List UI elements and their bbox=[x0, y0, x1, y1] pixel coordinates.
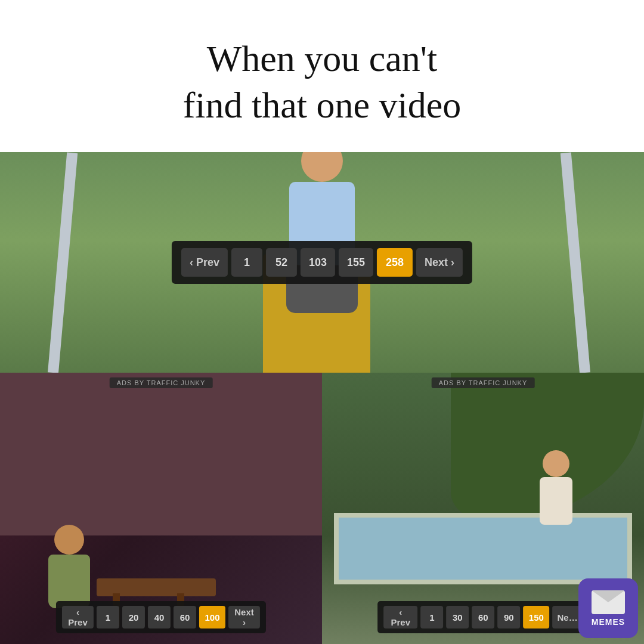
ads-label-right: ADS BY TRAFFIC JUNKY bbox=[432, 377, 535, 388]
br-person-head bbox=[543, 450, 569, 477]
memes-label: MEMES bbox=[592, 617, 625, 627]
person-head bbox=[301, 152, 343, 182]
ads-label-left: ADS BY TRAFFIC JUNKY bbox=[110, 377, 213, 388]
pagination-top: ‹ Prev 1 52 103 155 258 Next › bbox=[172, 241, 472, 284]
bl-person bbox=[48, 525, 90, 608]
bl-wall bbox=[0, 373, 322, 535]
page-60-bl[interactable]: 60 bbox=[174, 606, 196, 628]
top-text-area: When you can't find that one video bbox=[0, 0, 644, 152]
images-area: ‹ Prev 1 52 103 155 258 Next › bbox=[0, 152, 644, 644]
page-30-br[interactable]: 30 bbox=[446, 606, 469, 628]
page-155-top[interactable]: 155 bbox=[339, 248, 373, 277]
br-person bbox=[540, 450, 572, 525]
pagination-bottom-left: ‹ Prev 1 20 40 60 100 Next › bbox=[56, 601, 266, 633]
main-title: When you can't find that one video bbox=[183, 36, 462, 128]
bottom-images: ADS BY TRAFFIC JUNKY ‹ Prev 1 20 40 60 1… bbox=[0, 373, 644, 644]
bottom-right-image: ADS BY TRAFFIC JUNKY ‹ Prev 1 30 60 90 1… bbox=[322, 373, 644, 644]
br-person-body bbox=[540, 477, 572, 525]
bl-person-head bbox=[54, 525, 84, 555]
pagination-bottom-right: ‹ Prev 1 30 60 90 150 Ne… bbox=[377, 601, 589, 633]
page-258-top[interactable]: 258 bbox=[377, 248, 413, 277]
next-button-bl[interactable]: Next › bbox=[228, 606, 260, 628]
page-1-top[interactable]: 1 bbox=[231, 248, 262, 277]
page-90-br[interactable]: 90 bbox=[497, 606, 520, 628]
prev-button-bl[interactable]: ‹ Prev bbox=[62, 606, 94, 628]
br-pool bbox=[334, 513, 632, 584]
prev-button-br[interactable]: ‹ Prev bbox=[383, 606, 417, 628]
top-image: ‹ Prev 1 52 103 155 258 Next › bbox=[0, 152, 644, 373]
title-line1: When you can't bbox=[207, 38, 437, 79]
page-1-bl[interactable]: 1 bbox=[97, 606, 119, 628]
envelope-icon bbox=[592, 590, 625, 614]
page-wrapper: When you can't find that one video ‹ Pre… bbox=[0, 0, 644, 644]
page-20-bl[interactable]: 20 bbox=[122, 606, 145, 628]
person bbox=[286, 152, 358, 313]
title-line2: find that one video bbox=[183, 85, 462, 125]
bottom-left-image: ADS BY TRAFFIC JUNKY ‹ Prev 1 20 40 60 1… bbox=[0, 373, 322, 644]
page-103-top[interactable]: 103 bbox=[301, 248, 335, 277]
page-40-bl[interactable]: 40 bbox=[148, 606, 171, 628]
swing-pole-left bbox=[48, 153, 78, 373]
prev-button-top[interactable]: ‹ Prev bbox=[181, 248, 228, 277]
bl-person-body bbox=[48, 555, 90, 608]
page-150-br[interactable]: 150 bbox=[523, 606, 549, 628]
page-1-br[interactable]: 1 bbox=[420, 606, 443, 628]
page-60-br[interactable]: 60 bbox=[472, 606, 494, 628]
page-52-top[interactable]: 52 bbox=[266, 248, 297, 277]
page-100-bl[interactable]: 100 bbox=[199, 606, 225, 628]
swing-pole-right bbox=[561, 153, 590, 373]
memes-badge[interactable]: MEMES bbox=[578, 578, 638, 638]
next-button-top[interactable]: Next › bbox=[416, 248, 463, 277]
